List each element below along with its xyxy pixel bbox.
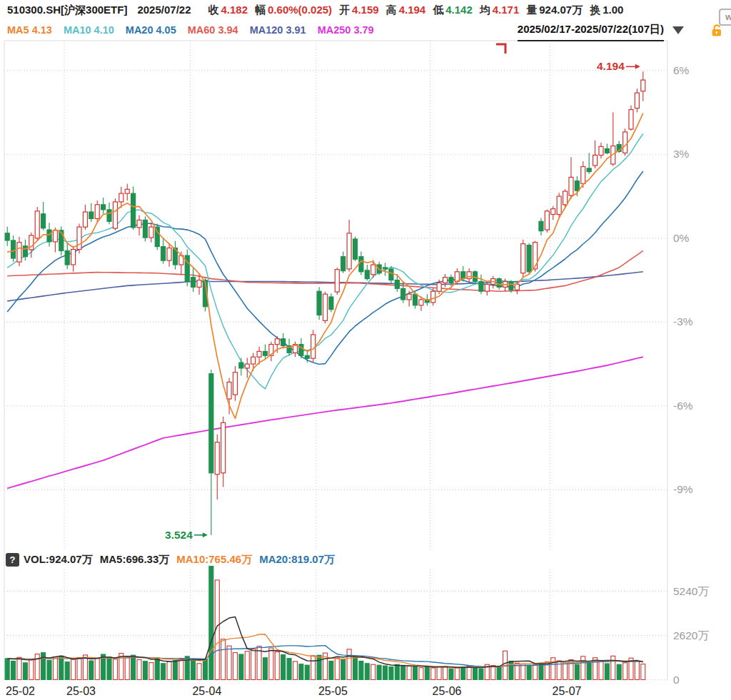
ma-legend-item: MA20 4.05 [126, 24, 176, 36]
volume-legend-items: VOL:924.07万MA5:696.33万MA10:765.46万MA20:8… [24, 553, 342, 567]
stock-chart-app: 6%3%0%-3%-6%-9%5240万2620万025-0225-0325-0… [0, 0, 731, 700]
quote-field-label: 收 [208, 4, 218, 16]
quote-field-value: 4.182 [221, 4, 248, 16]
ma-legend-row: MA5 4.13MA10 4.10MA20 4.05MA60 3.94MA120… [0, 20, 731, 40]
high-price-annotation: 4.194 [597, 60, 625, 72]
quote-field-value: 4.142 [445, 4, 473, 16]
x-axis-month-label: 25-07 [553, 685, 582, 697]
ma-legend-item: MA10 4.10 [64, 24, 114, 36]
date-range-selector[interactable]: 2025/02/17-2025/07/22(107日) [518, 19, 664, 41]
quote-field-value: 4.159 [352, 4, 379, 16]
pct-axis-tick: -3% [673, 315, 693, 328]
vol-axis-tick: 2620万 [673, 629, 709, 641]
help-icon[interactable]: ? [6, 553, 19, 567]
quote-field-value: 4.194 [399, 4, 426, 16]
chart-canvas[interactable]: 6%3%0%-3%-6%-9%5240万2620万025-0225-0325-0… [0, 0, 731, 700]
vol-axis-tick: 0 [673, 674, 680, 686]
vol-axis-tick: 5240万 [673, 585, 709, 597]
quote-header: 510300.SH[沪深300ETF]2025/07/22收4.182幅0.60… [0, 0, 731, 20]
ma-legend: MA5 4.13MA10 4.10MA20 4.05MA60 3.94MA120… [7, 24, 385, 36]
corner-drawing-mark [496, 44, 505, 54]
dropdown-caret-icon[interactable] [672, 26, 684, 34]
quote-field-label: 幅 [255, 4, 266, 16]
x-axis-month-label: 25-02 [6, 685, 35, 697]
ma-legend-item: MA120 3.91 [250, 24, 306, 36]
quote-field-value: 4.171 [493, 4, 520, 16]
ma20-line [7, 171, 643, 365]
volume-legend-item: MA20:819.07万 [259, 553, 335, 565]
quote-field-label: 换 [590, 4, 600, 16]
ma-legend-item: MA250 3.79 [318, 24, 374, 36]
quote-field-label: 量 [526, 4, 537, 16]
x-axis-month-label: 25-05 [318, 685, 348, 697]
pct-axis-tick: -6% [673, 400, 693, 412]
x-axis-month-label: 25-03 [66, 685, 96, 697]
ma10-line [7, 134, 643, 389]
pct-axis-tick: -9% [673, 483, 693, 495]
volume-legend-item: VOL:924.07万 [24, 553, 93, 565]
unlock-icon[interactable] [711, 24, 722, 37]
quote-field-value: 924.07万 [539, 4, 583, 16]
pct-axis-tick: 6% [673, 64, 690, 76]
quote-date: 2025/07/22 [137, 4, 191, 16]
range-controls: 2025/02/17-2025/07/22(107日) [518, 20, 722, 40]
quote-field-value: 1.00 [603, 4, 623, 16]
quote-fields: 收4.182幅0.60%(0.025)开4.159高4.194低4.142均4.… [201, 4, 623, 16]
pct-axis-tick: 0% [673, 232, 690, 244]
x-axis-month-label: 25-06 [433, 685, 462, 697]
quote-field-value: 0.60%(0.025) [268, 4, 332, 16]
quote-field-label: 低 [433, 4, 443, 16]
quote-field-label: 均 [480, 4, 490, 16]
volume-legend-item: MA5:696.33万 [100, 553, 170, 565]
pct-axis-tick: 3% [673, 148, 690, 160]
low-price-annotation: 3.524 [165, 529, 193, 541]
candlesticks [5, 71, 645, 534]
ma5-line [7, 113, 643, 419]
ma250-line [7, 357, 643, 488]
ma-legend-item: MA5 4.13 [7, 24, 52, 36]
quote-field-label: 开 [339, 4, 350, 16]
x-axis-month-label: 25-04 [192, 685, 221, 697]
quote-field-label: 高 [386, 4, 397, 16]
symbol-title: 510300.SH[沪深300ETF] [7, 4, 127, 16]
grid [4, 41, 667, 680]
ma-legend-item: MA60 3.94 [188, 24, 238, 36]
volume-legend: ? VOL:924.07万MA5:696.33万MA10:765.46万MA20… [6, 551, 342, 568]
volume-legend-item: MA10:765.46万 [176, 553, 252, 565]
